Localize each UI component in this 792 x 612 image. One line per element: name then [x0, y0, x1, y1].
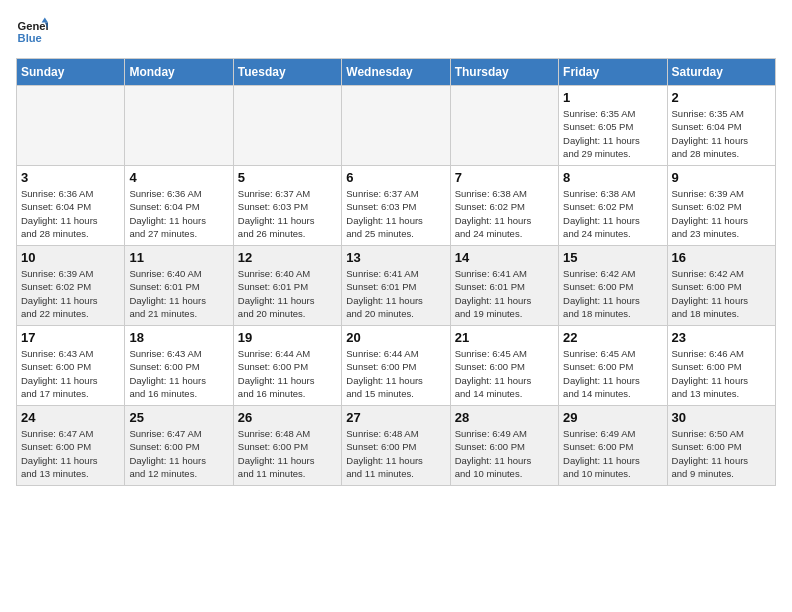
calendar-cell: 10Sunrise: 6:39 AM Sunset: 6:02 PM Dayli…: [17, 246, 125, 326]
calendar-week-row: 24Sunrise: 6:47 AM Sunset: 6:00 PM Dayli…: [17, 406, 776, 486]
day-info: Sunrise: 6:46 AM Sunset: 6:00 PM Dayligh…: [672, 347, 771, 400]
calendar-week-row: 10Sunrise: 6:39 AM Sunset: 6:02 PM Dayli…: [17, 246, 776, 326]
weekday-header-tuesday: Tuesday: [233, 59, 341, 86]
day-info: Sunrise: 6:47 AM Sunset: 6:00 PM Dayligh…: [129, 427, 228, 480]
calendar-cell: 2Sunrise: 6:35 AM Sunset: 6:04 PM Daylig…: [667, 86, 775, 166]
calendar-cell: [450, 86, 558, 166]
day-number: 16: [672, 250, 771, 265]
day-info: Sunrise: 6:44 AM Sunset: 6:00 PM Dayligh…: [346, 347, 445, 400]
day-number: 21: [455, 330, 554, 345]
calendar-week-row: 3Sunrise: 6:36 AM Sunset: 6:04 PM Daylig…: [17, 166, 776, 246]
day-number: 30: [672, 410, 771, 425]
day-info: Sunrise: 6:44 AM Sunset: 6:00 PM Dayligh…: [238, 347, 337, 400]
calendar-cell: 8Sunrise: 6:38 AM Sunset: 6:02 PM Daylig…: [559, 166, 667, 246]
calendar-cell: 27Sunrise: 6:48 AM Sunset: 6:00 PM Dayli…: [342, 406, 450, 486]
day-info: Sunrise: 6:50 AM Sunset: 6:00 PM Dayligh…: [672, 427, 771, 480]
logo-icon: General Blue: [16, 16, 48, 48]
day-number: 29: [563, 410, 662, 425]
day-info: Sunrise: 6:47 AM Sunset: 6:00 PM Dayligh…: [21, 427, 120, 480]
day-number: 28: [455, 410, 554, 425]
day-number: 20: [346, 330, 445, 345]
day-info: Sunrise: 6:39 AM Sunset: 6:02 PM Dayligh…: [672, 187, 771, 240]
calendar-cell: [17, 86, 125, 166]
day-number: 22: [563, 330, 662, 345]
calendar-cell: 6Sunrise: 6:37 AM Sunset: 6:03 PM Daylig…: [342, 166, 450, 246]
day-info: Sunrise: 6:36 AM Sunset: 6:04 PM Dayligh…: [21, 187, 120, 240]
day-info: Sunrise: 6:42 AM Sunset: 6:00 PM Dayligh…: [672, 267, 771, 320]
page-header: General Blue: [16, 16, 776, 48]
day-info: Sunrise: 6:45 AM Sunset: 6:00 PM Dayligh…: [563, 347, 662, 400]
day-number: 27: [346, 410, 445, 425]
day-info: Sunrise: 6:43 AM Sunset: 6:00 PM Dayligh…: [21, 347, 120, 400]
weekday-header-saturday: Saturday: [667, 59, 775, 86]
calendar-cell: 1Sunrise: 6:35 AM Sunset: 6:05 PM Daylig…: [559, 86, 667, 166]
calendar-cell: 22Sunrise: 6:45 AM Sunset: 6:00 PM Dayli…: [559, 326, 667, 406]
calendar-cell: 29Sunrise: 6:49 AM Sunset: 6:00 PM Dayli…: [559, 406, 667, 486]
day-number: 11: [129, 250, 228, 265]
weekday-header-sunday: Sunday: [17, 59, 125, 86]
day-info: Sunrise: 6:37 AM Sunset: 6:03 PM Dayligh…: [346, 187, 445, 240]
calendar-week-row: 17Sunrise: 6:43 AM Sunset: 6:00 PM Dayli…: [17, 326, 776, 406]
calendar-cell: 3Sunrise: 6:36 AM Sunset: 6:04 PM Daylig…: [17, 166, 125, 246]
day-info: Sunrise: 6:43 AM Sunset: 6:00 PM Dayligh…: [129, 347, 228, 400]
day-number: 9: [672, 170, 771, 185]
calendar-header-row: SundayMondayTuesdayWednesdayThursdayFrid…: [17, 59, 776, 86]
calendar-cell: 21Sunrise: 6:45 AM Sunset: 6:00 PM Dayli…: [450, 326, 558, 406]
day-number: 15: [563, 250, 662, 265]
calendar-cell: 28Sunrise: 6:49 AM Sunset: 6:00 PM Dayli…: [450, 406, 558, 486]
calendar-cell: 11Sunrise: 6:40 AM Sunset: 6:01 PM Dayli…: [125, 246, 233, 326]
day-number: 14: [455, 250, 554, 265]
calendar-cell: 9Sunrise: 6:39 AM Sunset: 6:02 PM Daylig…: [667, 166, 775, 246]
day-info: Sunrise: 6:41 AM Sunset: 6:01 PM Dayligh…: [346, 267, 445, 320]
calendar-cell: 23Sunrise: 6:46 AM Sunset: 6:00 PM Dayli…: [667, 326, 775, 406]
calendar-cell: 19Sunrise: 6:44 AM Sunset: 6:00 PM Dayli…: [233, 326, 341, 406]
day-number: 7: [455, 170, 554, 185]
day-info: Sunrise: 6:38 AM Sunset: 6:02 PM Dayligh…: [455, 187, 554, 240]
calendar-cell: 17Sunrise: 6:43 AM Sunset: 6:00 PM Dayli…: [17, 326, 125, 406]
day-number: 8: [563, 170, 662, 185]
calendar-cell: 5Sunrise: 6:37 AM Sunset: 6:03 PM Daylig…: [233, 166, 341, 246]
day-info: Sunrise: 6:48 AM Sunset: 6:00 PM Dayligh…: [238, 427, 337, 480]
day-info: Sunrise: 6:39 AM Sunset: 6:02 PM Dayligh…: [21, 267, 120, 320]
day-number: 26: [238, 410, 337, 425]
day-number: 25: [129, 410, 228, 425]
calendar-table: SundayMondayTuesdayWednesdayThursdayFrid…: [16, 58, 776, 486]
day-number: 17: [21, 330, 120, 345]
calendar-cell: 14Sunrise: 6:41 AM Sunset: 6:01 PM Dayli…: [450, 246, 558, 326]
calendar-cell: 16Sunrise: 6:42 AM Sunset: 6:00 PM Dayli…: [667, 246, 775, 326]
calendar-cell: 20Sunrise: 6:44 AM Sunset: 6:00 PM Dayli…: [342, 326, 450, 406]
weekday-header-monday: Monday: [125, 59, 233, 86]
day-info: Sunrise: 6:48 AM Sunset: 6:00 PM Dayligh…: [346, 427, 445, 480]
day-info: Sunrise: 6:42 AM Sunset: 6:00 PM Dayligh…: [563, 267, 662, 320]
day-number: 1: [563, 90, 662, 105]
calendar-cell: 13Sunrise: 6:41 AM Sunset: 6:01 PM Dayli…: [342, 246, 450, 326]
day-number: 6: [346, 170, 445, 185]
weekday-header-thursday: Thursday: [450, 59, 558, 86]
day-info: Sunrise: 6:49 AM Sunset: 6:00 PM Dayligh…: [455, 427, 554, 480]
calendar-cell: 4Sunrise: 6:36 AM Sunset: 6:04 PM Daylig…: [125, 166, 233, 246]
calendar-cell: 12Sunrise: 6:40 AM Sunset: 6:01 PM Dayli…: [233, 246, 341, 326]
calendar-cell: [233, 86, 341, 166]
calendar-cell: [125, 86, 233, 166]
calendar-cell: 18Sunrise: 6:43 AM Sunset: 6:00 PM Dayli…: [125, 326, 233, 406]
calendar-cell: 26Sunrise: 6:48 AM Sunset: 6:00 PM Dayli…: [233, 406, 341, 486]
logo: General Blue: [16, 16, 52, 48]
day-number: 2: [672, 90, 771, 105]
day-number: 5: [238, 170, 337, 185]
day-number: 3: [21, 170, 120, 185]
weekday-header-wednesday: Wednesday: [342, 59, 450, 86]
day-info: Sunrise: 6:40 AM Sunset: 6:01 PM Dayligh…: [238, 267, 337, 320]
day-info: Sunrise: 6:35 AM Sunset: 6:04 PM Dayligh…: [672, 107, 771, 160]
day-info: Sunrise: 6:49 AM Sunset: 6:00 PM Dayligh…: [563, 427, 662, 480]
calendar-body: 1Sunrise: 6:35 AM Sunset: 6:05 PM Daylig…: [17, 86, 776, 486]
day-info: Sunrise: 6:40 AM Sunset: 6:01 PM Dayligh…: [129, 267, 228, 320]
day-info: Sunrise: 6:36 AM Sunset: 6:04 PM Dayligh…: [129, 187, 228, 240]
calendar-cell: 25Sunrise: 6:47 AM Sunset: 6:00 PM Dayli…: [125, 406, 233, 486]
day-number: 4: [129, 170, 228, 185]
day-number: 18: [129, 330, 228, 345]
calendar-cell: 15Sunrise: 6:42 AM Sunset: 6:00 PM Dayli…: [559, 246, 667, 326]
day-number: 10: [21, 250, 120, 265]
calendar-cell: [342, 86, 450, 166]
calendar-cell: 24Sunrise: 6:47 AM Sunset: 6:00 PM Dayli…: [17, 406, 125, 486]
day-info: Sunrise: 6:41 AM Sunset: 6:01 PM Dayligh…: [455, 267, 554, 320]
